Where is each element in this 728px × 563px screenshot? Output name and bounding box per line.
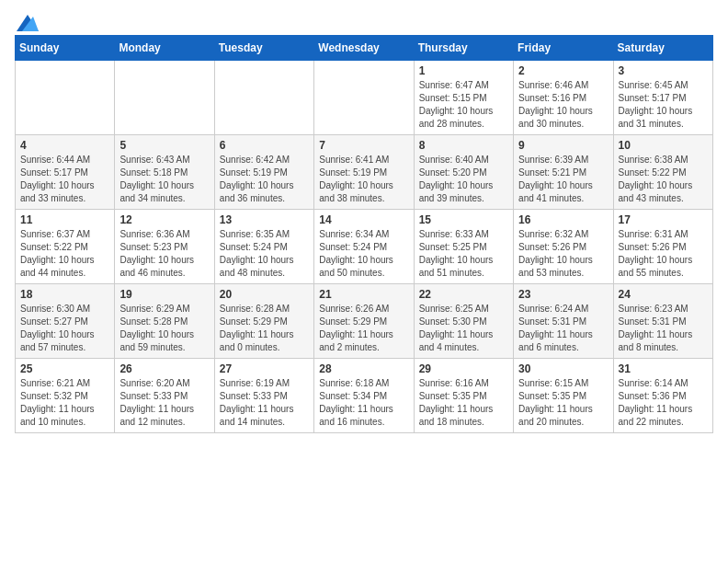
day-info: Sunrise: 6:43 AMSunset: 5:18 PMDaylight:… [119, 154, 209, 205]
day-number: 26 [119, 362, 209, 375]
day-number: 19 [119, 288, 209, 301]
day-number: 29 [419, 362, 508, 375]
day-cell: 30Sunrise: 6:15 AMSunset: 5:35 PMDayligh… [514, 359, 613, 433]
day-cell: 18Sunrise: 6:30 AMSunset: 5:27 PMDayligh… [16, 284, 115, 359]
day-cell [16, 61, 115, 135]
day-number: 11 [20, 213, 109, 226]
day-cell: 28Sunrise: 6:18 AMSunset: 5:34 PMDayligh… [314, 359, 414, 433]
day-number: 17 [619, 213, 708, 226]
day-cell: 26Sunrise: 6:20 AMSunset: 5:33 PMDayligh… [115, 359, 214, 433]
day-cell: 16Sunrise: 6:32 AMSunset: 5:26 PMDayligh… [514, 210, 613, 284]
day-info: Sunrise: 6:32 AMSunset: 5:26 PMDaylight:… [518, 228, 608, 280]
day-cell: 17Sunrise: 6:31 AMSunset: 5:26 PMDayligh… [613, 210, 712, 284]
day-cell: 15Sunrise: 6:33 AMSunset: 5:25 PMDayligh… [414, 210, 513, 284]
day-info: Sunrise: 6:33 AMSunset: 5:25 PMDaylight:… [419, 228, 508, 280]
day-number: 3 [619, 64, 708, 77]
day-number: 28 [319, 362, 408, 375]
day-number: 2 [518, 64, 608, 77]
day-cell: 5Sunrise: 6:43 AMSunset: 5:18 PMDaylight… [115, 135, 214, 210]
day-info: Sunrise: 6:26 AMSunset: 5:29 PMDaylight:… [319, 303, 408, 354]
day-info: Sunrise: 6:20 AMSunset: 5:33 PMDaylight:… [119, 377, 209, 429]
day-info: Sunrise: 6:37 AMSunset: 5:22 PMDaylight:… [20, 228, 109, 280]
day-info: Sunrise: 6:36 AMSunset: 5:23 PMDaylight:… [119, 228, 209, 280]
day-info: Sunrise: 6:25 AMSunset: 5:30 PMDaylight:… [419, 303, 508, 354]
week-row-4: 18Sunrise: 6:30 AMSunset: 5:27 PMDayligh… [16, 284, 713, 359]
day-number: 21 [319, 288, 408, 301]
day-info: Sunrise: 6:18 AMSunset: 5:34 PMDaylight:… [319, 377, 408, 429]
day-number: 15 [419, 213, 508, 226]
day-number: 20 [220, 288, 309, 301]
day-number: 18 [20, 288, 109, 301]
day-info: Sunrise: 6:31 AMSunset: 5:26 PMDaylight:… [619, 228, 708, 280]
day-cell: 11Sunrise: 6:37 AMSunset: 5:22 PMDayligh… [16, 210, 115, 284]
day-info: Sunrise: 6:24 AMSunset: 5:31 PMDaylight:… [518, 303, 608, 354]
logo [15, 15, 39, 28]
day-cell: 1Sunrise: 6:47 AMSunset: 5:15 PMDaylight… [414, 61, 513, 135]
day-number: 1 [419, 64, 508, 77]
day-info: Sunrise: 6:34 AMSunset: 5:24 PMDaylight:… [319, 228, 408, 280]
day-number: 14 [319, 213, 408, 226]
day-info: Sunrise: 6:40 AMSunset: 5:20 PMDaylight:… [419, 154, 508, 205]
weekday-header-tuesday: Tuesday [214, 36, 313, 61]
day-number: 24 [619, 288, 708, 301]
day-number: 22 [419, 288, 508, 301]
day-info: Sunrise: 6:38 AMSunset: 5:22 PMDaylight:… [619, 154, 708, 205]
day-number: 10 [619, 139, 708, 152]
day-info: Sunrise: 6:23 AMSunset: 5:31 PMDaylight:… [619, 303, 708, 354]
day-info: Sunrise: 6:42 AMSunset: 5:19 PMDaylight:… [220, 154, 309, 205]
day-info: Sunrise: 6:16 AMSunset: 5:35 PMDaylight:… [419, 377, 508, 429]
day-number: 12 [119, 213, 209, 226]
day-info: Sunrise: 6:21 AMSunset: 5:32 PMDaylight:… [20, 377, 109, 429]
day-number: 31 [619, 362, 708, 375]
weekday-header-wednesday: Wednesday [314, 36, 414, 61]
day-number: 4 [20, 139, 109, 152]
day-number: 16 [518, 213, 608, 226]
day-cell: 4Sunrise: 6:44 AMSunset: 5:17 PMDaylight… [16, 135, 115, 210]
day-cell: 23Sunrise: 6:24 AMSunset: 5:31 PMDayligh… [514, 284, 613, 359]
weekday-header-friday: Friday [514, 36, 613, 61]
calendar: SundayMondayTuesdayWednesdayThursdayFrid… [15, 35, 713, 433]
day-info: Sunrise: 6:39 AMSunset: 5:21 PMDaylight:… [518, 154, 608, 205]
day-cell: 20Sunrise: 6:28 AMSunset: 5:29 PMDayligh… [214, 284, 313, 359]
weekday-header-monday: Monday [115, 36, 214, 61]
day-number: 8 [419, 139, 508, 152]
day-cell: 13Sunrise: 6:35 AMSunset: 5:24 PMDayligh… [214, 210, 313, 284]
day-info: Sunrise: 6:29 AMSunset: 5:28 PMDaylight:… [119, 303, 209, 354]
day-number: 13 [220, 213, 309, 226]
day-info: Sunrise: 6:14 AMSunset: 5:36 PMDaylight:… [619, 377, 708, 429]
day-number: 7 [319, 139, 408, 152]
weekday-header-thursday: Thursday [414, 36, 513, 61]
day-info: Sunrise: 6:30 AMSunset: 5:27 PMDaylight:… [20, 303, 109, 354]
day-info: Sunrise: 6:41 AMSunset: 5:19 PMDaylight:… [319, 154, 408, 205]
day-info: Sunrise: 6:35 AMSunset: 5:24 PMDaylight:… [220, 228, 309, 280]
day-number: 9 [518, 139, 608, 152]
header [15, 15, 713, 28]
day-cell: 31Sunrise: 6:14 AMSunset: 5:36 PMDayligh… [613, 359, 712, 433]
day-cell [314, 61, 414, 135]
week-row-5: 25Sunrise: 6:21 AMSunset: 5:32 PMDayligh… [16, 359, 713, 433]
weekday-header-sunday: Sunday [16, 36, 115, 61]
day-info: Sunrise: 6:45 AMSunset: 5:17 PMDaylight:… [619, 79, 708, 131]
day-cell: 10Sunrise: 6:38 AMSunset: 5:22 PMDayligh… [613, 135, 712, 210]
day-cell: 8Sunrise: 6:40 AMSunset: 5:20 PMDaylight… [414, 135, 513, 210]
day-cell: 24Sunrise: 6:23 AMSunset: 5:31 PMDayligh… [613, 284, 712, 359]
day-cell: 29Sunrise: 6:16 AMSunset: 5:35 PMDayligh… [414, 359, 513, 433]
day-cell: 9Sunrise: 6:39 AMSunset: 5:21 PMDaylight… [514, 135, 613, 210]
week-row-1: 1Sunrise: 6:47 AMSunset: 5:15 PMDaylight… [16, 61, 713, 135]
weekday-header-row: SundayMondayTuesdayWednesdayThursdayFrid… [16, 36, 713, 61]
day-number: 30 [518, 362, 608, 375]
day-cell: 22Sunrise: 6:25 AMSunset: 5:30 PMDayligh… [414, 284, 513, 359]
day-number: 5 [119, 139, 209, 152]
day-info: Sunrise: 6:19 AMSunset: 5:33 PMDaylight:… [220, 377, 309, 429]
day-cell: 12Sunrise: 6:36 AMSunset: 5:23 PMDayligh… [115, 210, 214, 284]
day-cell: 6Sunrise: 6:42 AMSunset: 5:19 PMDaylight… [214, 135, 313, 210]
day-cell: 21Sunrise: 6:26 AMSunset: 5:29 PMDayligh… [314, 284, 414, 359]
day-cell: 7Sunrise: 6:41 AMSunset: 5:19 PMDaylight… [314, 135, 414, 210]
weekday-header-saturday: Saturday [613, 36, 712, 61]
day-cell: 3Sunrise: 6:45 AMSunset: 5:17 PMDaylight… [613, 61, 712, 135]
day-info: Sunrise: 6:46 AMSunset: 5:16 PMDaylight:… [518, 79, 608, 131]
day-info: Sunrise: 6:44 AMSunset: 5:17 PMDaylight:… [20, 154, 109, 205]
day-cell: 19Sunrise: 6:29 AMSunset: 5:28 PMDayligh… [115, 284, 214, 359]
day-cell [214, 61, 313, 135]
day-number: 27 [220, 362, 309, 375]
